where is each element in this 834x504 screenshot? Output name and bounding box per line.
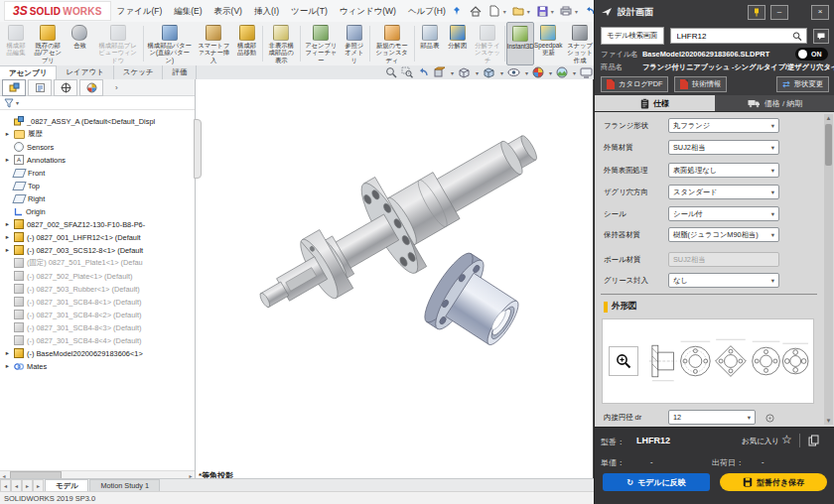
ribbon-component-preview-button[interactable]: 構成部品プレビューウィンドウ [93,22,141,65]
hint-icon[interactable] [765,414,774,423]
tree-item-component-hidden[interactable]: (-) 0827_301_SCB4-8<4> (Default) [0,334,195,346]
ribbon-show-hidden-button[interactable]: 非表示構成部品の表示 [264,22,299,65]
tree-item-origin[interactable]: Origin [0,205,195,217]
bore-diameter-select[interactable]: 12▾ [668,410,756,425]
menu-help[interactable]: ヘルプ(H) [402,0,452,22]
configuration-manager-tab[interactable] [54,79,77,96]
apply-to-model-button[interactable]: ↻モデルに反映 [603,473,710,491]
grease-select[interactable]: なし▾ [668,273,779,288]
menu-view[interactable]: 表示(V) [208,0,248,22]
display-style-icon[interactable] [483,66,495,78]
model-search-button[interactable]: モデル検索画面 [601,27,664,45]
zoom-fit-icon[interactable] [385,66,397,78]
ribbon-snapshot-button[interactable]: スナップショット作成 [562,22,598,65]
print-icon[interactable] [560,5,573,18]
tab-layout[interactable]: レイアウト [57,65,113,79]
property-manager-tab[interactable] [28,79,52,96]
panel-vertical-scrollbar[interactable]: ▲ ▼ [824,114,833,425]
tree-item-component-hidden[interactable]: (-) 0827_301_SCB4-8<2> (Default) [0,309,195,320]
comment-button[interactable] [813,29,829,44]
ribbon-reference-geometry-button[interactable]: 参照ジオメトリ [341,22,368,65]
menu-tools[interactable]: ツール(T) [285,0,334,22]
panel-splitter-handle[interactable] [194,119,202,179]
ribbon-instant3d-button[interactable]: Instant3D [506,22,534,65]
ribbon-motion-study-button[interactable]: 新規のモーションスタディ [371,22,413,65]
display-manager-tab[interactable] [79,79,103,96]
menu-insert[interactable]: 挿入(I) [248,0,285,22]
menu-file[interactable]: ファイル(F) [111,0,169,22]
ribbon-insert-component-button[interactable]: 既存の部品/アセンブリ [30,22,66,65]
cylinder-material-select[interactable]: SUJ2相当▾ [668,140,779,155]
ribbon-bom-button[interactable]: 部品表 [416,22,444,65]
home-icon[interactable] [470,5,483,18]
ribbon-exploded-view-button[interactable]: 分解図 [444,22,472,65]
apply-scene-icon[interactable] [556,66,568,78]
tree-item-component-hidden[interactable]: (固定) 0827_501_Plate1<1> (Defau [0,257,195,269]
ribbon-speedpak-button[interactable]: Speedpak更新 [534,22,562,65]
tab-price-delivery[interactable]: 価格 / 納期 [715,95,834,112]
tab-assembly[interactable]: アセンブリ [0,65,57,79]
ribbon-mate-button[interactable]: 合致 [66,22,93,65]
chevron-down-icon[interactable]: ▾ [500,69,503,76]
tree-item-component-hidden[interactable]: (-) 0827_301_SCB4-8<3> (Default) [0,321,195,333]
menu-edit[interactable]: 編集(E) [168,0,208,22]
graphics-viewport[interactable] [195,79,594,478]
chevron-down-icon[interactable]: ▾ [551,8,554,15]
view-orientation-icon[interactable] [458,66,471,78]
tree-item-component[interactable]: ▸(-) 0827_001_LHFR12<1> (Default [0,231,195,243]
hide-show-items-icon[interactable] [507,67,520,77]
change-shape-button[interactable]: ⇄形状変更 [776,76,829,92]
tab-sketch[interactable]: スケッチ [114,65,164,79]
tab-specifications[interactable]: 仕様 [595,95,715,112]
scroll-up-icon[interactable]: ▲ [826,114,832,122]
chevron-down-icon[interactable]: ▾ [476,69,479,76]
tree-item-component[interactable]: ▸(-) 0827_003_SCS12-8<1> (Default [0,244,195,256]
feature-manager-tab[interactable] [2,79,26,96]
pin-panel-button[interactable] [748,5,765,20]
drawing-zoom-button[interactable] [609,346,638,376]
catalog-pdf-button[interactable]: カタログPDF [601,76,668,92]
open-icon[interactable] [512,5,525,18]
scrollbar-thumb[interactable] [825,124,832,166]
tree-item-right-plane[interactable]: Right [0,192,195,204]
chevron-down-icon[interactable]: ▾ [573,69,576,76]
ribbon-explode-line-button[interactable]: 分解ラインスケッチ [472,22,504,65]
copy-icon[interactable] [808,435,819,446]
search-input[interactable] [675,31,793,42]
tree-item-root[interactable]: _0827_ASSY_A (Default<Default_Displ [0,115,195,127]
save-icon[interactable] [536,5,549,18]
tree-item-top-plane[interactable]: Top [0,180,195,191]
section-view-icon[interactable] [433,66,446,78]
tree-item-history[interactable]: ▸履歴 [0,128,195,140]
tech-info-button[interactable]: 技術情報 [674,76,727,92]
ribbon-edit-component-button[interactable]: 構成部品編集 [2,22,30,65]
pin-menu-icon[interactable] [452,5,462,18]
chevron-down-icon[interactable]: ▾ [451,69,454,76]
chevron-down-icon[interactable]: ▾ [549,69,552,76]
previous-view-icon[interactable] [417,66,429,78]
tree-item-mates[interactable]: ▸Mates [0,360,195,372]
save-with-part-number-button[interactable]: 型番付き保存 [720,473,827,491]
chevron-down-icon[interactable]: ▾ [575,8,578,15]
tree-item-sensors[interactable]: Sensors [0,141,195,153]
edit-appearance-icon[interactable] [532,66,544,78]
retainer-material-select[interactable]: 樹脂(ジュラコンM90相当)▾ [668,227,779,242]
view-settings-icon[interactable] [580,67,593,78]
counterbore-direction-select[interactable]: スタンダード▾ [668,185,779,199]
ribbon-assembly-features-button[interactable]: アセンブリフィーチャー [302,22,341,65]
favorite-star-icon[interactable]: ☆ [781,433,792,446]
tab-evaluate[interactable]: 評価 [163,65,197,79]
chevron-down-icon[interactable]: ▾ [503,8,506,15]
minimize-panel-button[interactable]: – [770,5,788,20]
tree-item-annotations[interactable]: ▸AAnnotations [0,154,195,166]
tree-item-component[interactable]: ▸0827_002_SFAZ12-130-F10-B8-P6- [0,218,195,230]
tree-item-component-hidden[interactable]: (-) 0827_502_Plate<1> (Default) [0,270,195,282]
tree-item-component-hidden[interactable]: (-) 0827_301_SCB4-8<1> (Default) [0,296,195,308]
link-toggle[interactable]: ON [795,48,828,61]
chevron-down-icon[interactable]: ▾ [527,8,530,15]
scroll-down-icon[interactable]: ▼ [826,417,832,425]
seal-select[interactable]: シール付▾ [668,206,779,221]
panel-tab-overflow-chevron[interactable]: › [115,83,118,92]
new-document-icon[interactable] [488,5,501,18]
part-number-search[interactable] [670,28,807,44]
